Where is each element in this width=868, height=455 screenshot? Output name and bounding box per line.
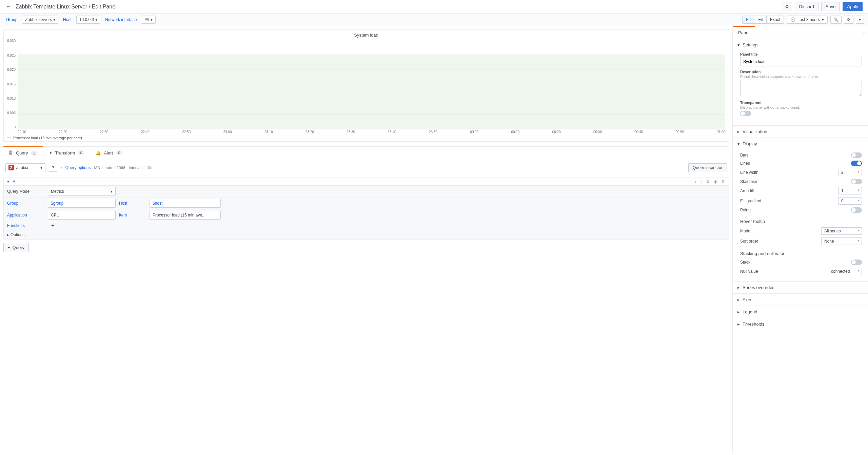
- section-visualization-toggle[interactable]: ▸ Visualization: [733, 126, 868, 138]
- add-query-button[interactable]: + Query: [3, 243, 29, 252]
- query-interval-meta: Interval = 10s: [129, 166, 152, 170]
- query-functions-label[interactable]: Functions: [4, 221, 48, 230]
- zoom-out-button[interactable]: 🔍: [830, 16, 842, 24]
- tab-transform-label: Transform: [55, 150, 75, 156]
- section-visualization-label: Visualization: [743, 129, 767, 134]
- chevron-down-icon: ▾: [822, 17, 824, 22]
- var-group-select[interactable]: Zabbix servers▾: [22, 16, 58, 24]
- discard-button[interactable]: Discard: [795, 2, 818, 11]
- description-label: Description: [740, 70, 862, 74]
- query-letter[interactable]: A: [13, 179, 15, 184]
- zabbix-logo-icon: Z: [8, 165, 14, 170]
- query-header: Z Zabbix ▾ ? › Query options MD = auto =…: [3, 161, 729, 174]
- tab-query-label: Query: [16, 150, 28, 156]
- chevron-right-icon[interactable]: ›: [61, 165, 62, 170]
- description-help: Panel description supports markdown and …: [740, 75, 862, 79]
- query-options-row[interactable]: ▸ Options:: [4, 230, 729, 239]
- area-fill-label: Area fill: [740, 188, 754, 193]
- section-legend-toggle[interactable]: ▸Legend: [733, 306, 868, 318]
- delete-query-icon[interactable]: 🗑: [721, 179, 725, 184]
- fill-button[interactable]: Fill: [742, 16, 755, 24]
- chevron-down-icon: ▾: [111, 189, 113, 194]
- line-width-select[interactable]: 2: [838, 169, 862, 176]
- section-axes-toggle[interactable]: ▸Axes: [733, 294, 868, 306]
- chevron-down-icon: ▾: [151, 17, 153, 22]
- staircase-label: Staircase: [740, 179, 757, 184]
- save-button[interactable]: Save: [821, 2, 840, 11]
- tab-query[interactable]: 🗄 Query 1: [3, 146, 43, 159]
- datasource-select[interactable]: Z Zabbix ▾: [5, 163, 45, 172]
- chart-plot[interactable]: 22:1022:2022:3022:4022:5023:0023:1023:20…: [18, 39, 725, 134]
- datasource-help-button[interactable]: ?: [49, 164, 57, 172]
- fit-button[interactable]: Fit: [755, 16, 767, 24]
- var-host-select[interactable]: 10.0.0.3▾: [76, 16, 100, 24]
- tab-alert-label: Alert: [104, 150, 113, 156]
- panel-title-input[interactable]: [740, 57, 862, 66]
- refresh-button[interactable]: ⟳: [844, 16, 853, 24]
- plus-icon: +: [8, 245, 11, 250]
- section-settings-toggle[interactable]: ▾ Settings: [733, 39, 868, 51]
- bars-toggle[interactable]: [851, 152, 862, 158]
- var-host-label: Host: [61, 17, 74, 22]
- chevron-down-icon: ▾: [40, 165, 42, 170]
- back-arrow-icon[interactable]: ←: [5, 3, 12, 10]
- apply-button[interactable]: Apply: [843, 2, 863, 11]
- query-options-link[interactable]: Query options: [65, 165, 91, 170]
- collapse-side-panel-button[interactable]: ›: [860, 28, 868, 37]
- query-block-a: ▾ A ↓ ↑ ⧉ ◉ 🗑 Query Mode Metrics▾: [3, 178, 729, 240]
- chevron-right-icon: ▸: [737, 322, 740, 327]
- move-down-icon[interactable]: ↓: [694, 179, 696, 184]
- bars-label: Bars: [740, 153, 749, 158]
- query-mode-select[interactable]: Metrics▾: [48, 187, 116, 196]
- add-function-button[interactable]: +: [48, 221, 58, 230]
- collapse-query-icon[interactable]: ▾: [7, 179, 9, 184]
- chart-panel: System load 0.0300.0250.0200.0150.0100.0…: [3, 29, 729, 142]
- section-display-label: Display: [743, 141, 757, 146]
- legend-series-label[interactable]: Processor load (15 min average per core): [13, 136, 82, 140]
- var-netif-select[interactable]: All▾: [142, 16, 156, 24]
- hover-tooltip-heading: Hover tooltip: [740, 219, 862, 224]
- stack-toggle[interactable]: [851, 260, 862, 265]
- tooltip-sort-select[interactable]: None: [821, 237, 862, 245]
- lines-toggle[interactable]: [851, 161, 862, 166]
- query-application-input[interactable]: CPU: [48, 211, 116, 220]
- refresh-interval-dropdown[interactable]: ▾: [856, 16, 864, 24]
- description-textarea[interactable]: [740, 80, 862, 96]
- query-host-input[interactable]: $host: [150, 199, 221, 208]
- tab-transform[interactable]: ✦ Transform 0: [43, 147, 91, 159]
- chart-legend: Processor load (15 min average per core): [7, 136, 725, 140]
- section-settings-label: Settings: [743, 42, 758, 47]
- y-axis: 0.0300.0250.0200.0150.0100.0050: [7, 39, 18, 134]
- query-inspector-button[interactable]: Query inspector: [688, 163, 727, 172]
- time-range-picker[interactable]: 🕘 Last 3 hours ▾: [787, 16, 828, 24]
- query-item-input[interactable]: Processor load (15 min ave...: [150, 211, 221, 220]
- null-value-select[interactable]: connected: [828, 268, 862, 275]
- points-toggle[interactable]: [851, 207, 862, 213]
- settings-gear-button[interactable]: ⚙: [782, 2, 792, 11]
- tooltip-mode-select[interactable]: All series: [821, 227, 862, 235]
- section-axes-label: Axes: [743, 297, 752, 302]
- section-display-toggle[interactable]: ▾ Display: [733, 138, 868, 150]
- database-icon: 🗄: [9, 150, 13, 156]
- chevron-right-icon: ▸: [737, 285, 740, 290]
- tab-alert[interactable]: 🔔 Alert 0: [90, 147, 128, 159]
- transparent-toggle[interactable]: [740, 111, 751, 116]
- chevron-right-icon: ▸: [737, 297, 740, 302]
- side-tab-panel[interactable]: Panel: [733, 26, 755, 39]
- exact-button[interactable]: Exact: [767, 16, 784, 24]
- duplicate-query-icon[interactable]: ⧉: [707, 179, 710, 184]
- query-host-label[interactable]: Host: [116, 198, 150, 209]
- section-series-overrides-toggle[interactable]: ▸Series overrides: [733, 282, 868, 293]
- query-group-label[interactable]: Group: [4, 198, 48, 209]
- query-group-input[interactable]: $group: [48, 199, 116, 208]
- move-up-icon[interactable]: ↑: [701, 179, 703, 184]
- query-application-label[interactable]: Application: [4, 209, 48, 221]
- staircase-toggle[interactable]: [851, 179, 862, 184]
- line-width-label: Line width: [740, 170, 758, 175]
- toggle-visibility-icon[interactable]: ◉: [714, 179, 717, 184]
- area-fill-select[interactable]: 1: [838, 187, 862, 194]
- query-item-label[interactable]: Item: [116, 209, 150, 221]
- section-thresholds-toggle[interactable]: ▸Thresholds: [733, 318, 868, 330]
- fill-gradient-select[interactable]: 0: [838, 197, 862, 205]
- stack-label: Stack: [740, 260, 750, 265]
